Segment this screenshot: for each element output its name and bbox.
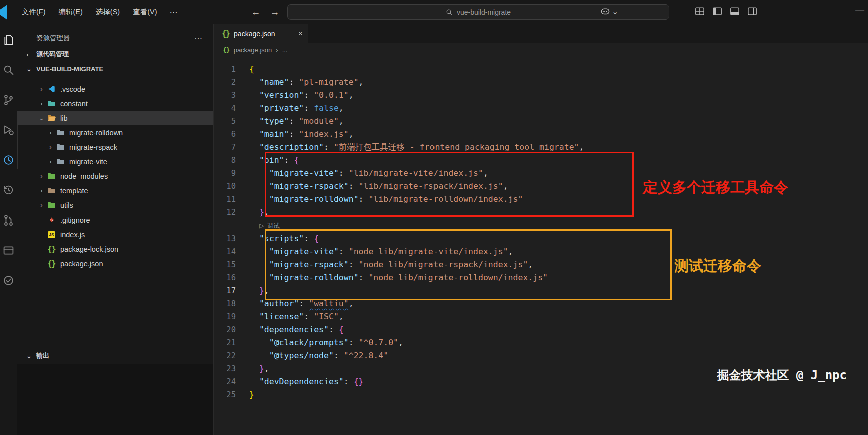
- tree-item-utils[interactable]: ›utils: [17, 198, 213, 212]
- toggle-sidebar-icon[interactable]: [712, 6, 722, 16]
- tree-item-label: .gitignore: [60, 216, 90, 224]
- section-project-root[interactable]: ⌄ VUE-BUILD-MIGRATE: [17, 62, 213, 76]
- code-line-15[interactable]: 15 "migrate-rspack": "node lib/migrate-r…: [214, 258, 868, 271]
- code-line-6[interactable]: 6 "main": "index.js",: [214, 128, 868, 141]
- tree-item-package-lock.json[interactable]: {}package-lock.json: [17, 242, 213, 256]
- line-number: 4: [214, 102, 249, 115]
- line-number: 3: [214, 89, 249, 102]
- line-number: 8: [214, 154, 249, 167]
- source-control-icon[interactable]: [3, 94, 14, 106]
- file-tree: ›.vscode›constant⌄lib›migrate-rolldown›m…: [17, 82, 213, 271]
- debug-codelens[interactable]: ▷调试: [214, 219, 868, 232]
- menu-edit[interactable]: 编辑(E): [52, 4, 89, 20]
- red-annotation-label: 定义多个迁移工具命令: [643, 181, 788, 194]
- search-icon[interactable]: [3, 64, 14, 76]
- chevron-right-icon: ›: [46, 129, 55, 136]
- code-line-5[interactable]: 5 "type": "module",: [214, 115, 868, 128]
- section-source-control[interactable]: › 源代码管理: [17, 47, 213, 62]
- chevron-down-icon: ⌄: [26, 65, 32, 73]
- tree-item-index.js[interactable]: JSindex.js: [17, 227, 213, 242]
- code-line-19[interactable]: 19 "license": "ISC",: [214, 310, 868, 323]
- code-line-13[interactable]: 13 "scripts": {: [214, 232, 868, 245]
- folder-tan-icon: [46, 187, 57, 194]
- code-line-2[interactable]: 2 "name": "pl-migrate",: [214, 76, 868, 89]
- breadcrumb[interactable]: {} package.json › ...: [214, 43, 868, 57]
- tab-package-json[interactable]: {} package.json ×: [214, 24, 308, 43]
- tree-item-template[interactable]: ›template: [17, 183, 213, 198]
- customize-layout-icon[interactable]: [695, 6, 705, 16]
- chevron-right-icon: ›: [37, 85, 46, 93]
- code-line-21[interactable]: 21 "@clack/prompts": "^0.7.0",: [214, 336, 868, 349]
- menu-more-icon[interactable]: ⋯: [164, 4, 184, 20]
- line-number: 17: [214, 284, 249, 297]
- chevron-down-icon: ⌄: [612, 7, 618, 16]
- menu-selection[interactable]: 选择(S): [89, 4, 126, 20]
- tree-item-label: constant: [60, 100, 88, 108]
- tree-item-.gitignore[interactable]: .gitignore: [17, 212, 213, 227]
- project-name: VUE-BUILD-MIGRATE: [36, 65, 103, 73]
- timeline-icon[interactable]: [3, 154, 14, 166]
- chevron-right-icon: ›: [37, 201, 46, 209]
- tree-item-label: migrate-vite: [69, 158, 107, 166]
- toggle-panel-icon[interactable]: [730, 6, 740, 16]
- folder-teal-icon: [46, 100, 57, 107]
- toggle-secondary-sidebar-icon[interactable]: [747, 6, 757, 16]
- check-icon[interactable]: [3, 275, 14, 286]
- panel-icon[interactable]: [3, 245, 14, 256]
- menu-file[interactable]: 文件(F): [15, 4, 52, 20]
- search-icon: [446, 9, 453, 16]
- code-line-7[interactable]: 7 "description": "前端打包工具迁移 - frontend pa…: [214, 141, 868, 154]
- line-number: 22: [214, 349, 249, 362]
- copilot-menu[interactable]: ⌄: [600, 6, 618, 16]
- menu-view[interactable]: 查看(V): [126, 4, 163, 20]
- tree-item-node_modules[interactable]: ›node_modules: [17, 169, 213, 183]
- code-line-22[interactable]: 22 "@types/node": "^22.8.4": [214, 349, 868, 362]
- run-debug-icon[interactable]: [3, 124, 14, 136]
- tree-item-label: template: [60, 187, 88, 195]
- line-number: 11: [214, 193, 249, 206]
- chevron-right-icon: ›: [37, 187, 46, 194]
- minimize-button[interactable]: —: [853, 4, 867, 15]
- explorer-icon[interactable]: [3, 34, 14, 46]
- menubar: 文件(F)编辑(E)选择(S)查看(V): [15, 4, 164, 20]
- code-line-17[interactable]: 17 },: [214, 284, 868, 297]
- section-output[interactable]: ⌄ 输出: [17, 347, 213, 364]
- tree-item-migrate-rolldown[interactable]: ›migrate-rolldown: [17, 125, 213, 140]
- history-icon[interactable]: [3, 184, 14, 196]
- chevron-right-icon: ›: [46, 158, 55, 165]
- tree-item-migrate-rspack[interactable]: ›migrate-rspack: [17, 140, 213, 154]
- line-number: 12: [214, 206, 249, 219]
- code-line-12[interactable]: 12 },: [214, 206, 868, 219]
- pull-request-icon[interactable]: [3, 214, 14, 226]
- code-area[interactable]: 1{2 "name": "pl-migrate",3 "version": "0…: [214, 57, 868, 401]
- sidebar-header: 资源管理器 ⋯: [17, 24, 213, 47]
- code-line-4[interactable]: 4 "private": false,: [214, 102, 868, 115]
- yellow-annotation-label: 测试迁移命令: [674, 259, 761, 272]
- code-line-20[interactable]: 20 "dependencies": {: [214, 323, 868, 336]
- sidebar-more-icon[interactable]: ⋯: [194, 33, 205, 43]
- tree-item-label: node_modules: [60, 172, 108, 180]
- code-line-25[interactable]: 25}: [214, 388, 868, 401]
- code-line-3[interactable]: 3 "version": "0.0.1",: [214, 89, 868, 102]
- tree-item-label: utils: [60, 201, 73, 209]
- close-tab-icon[interactable]: ×: [298, 29, 303, 38]
- code-line-9[interactable]: 9 "migrate-vite": "lib/migrate-vite/inde…: [214, 167, 868, 180]
- tree-item-.vscode[interactable]: ›.vscode: [17, 82, 213, 96]
- line-number: 25: [214, 388, 249, 401]
- tree-item-migrate-vite[interactable]: ›migrate-vite: [17, 154, 213, 169]
- code-line-14[interactable]: 14 "migrate-vite": "node lib/migrate-vit…: [214, 245, 868, 258]
- tree-item-package.json[interactable]: {}package.json: [17, 256, 213, 271]
- code-line-8[interactable]: 8 "bin": {: [214, 154, 868, 167]
- code-line-18[interactable]: 18 "author": "waltiu",: [214, 297, 868, 310]
- code-line-16[interactable]: 16 "migrate-rolldown": "node lib/migrate…: [214, 271, 868, 284]
- back-button[interactable]: ←: [249, 7, 262, 18]
- watermark: 掘金技术社区 @ J_npc: [717, 369, 847, 382]
- code-line-1[interactable]: 1{: [214, 63, 868, 76]
- tree-item-label: package.json: [60, 260, 103, 268]
- forward-button[interactable]: →: [268, 7, 281, 18]
- tree-item-constant[interactable]: ›constant: [17, 96, 213, 111]
- folder-green-icon: [46, 172, 57, 180]
- tree-item-lib[interactable]: ⌄lib: [17, 111, 213, 125]
- folder-gray-icon: [55, 158, 66, 165]
- line-number: 2: [214, 76, 249, 89]
